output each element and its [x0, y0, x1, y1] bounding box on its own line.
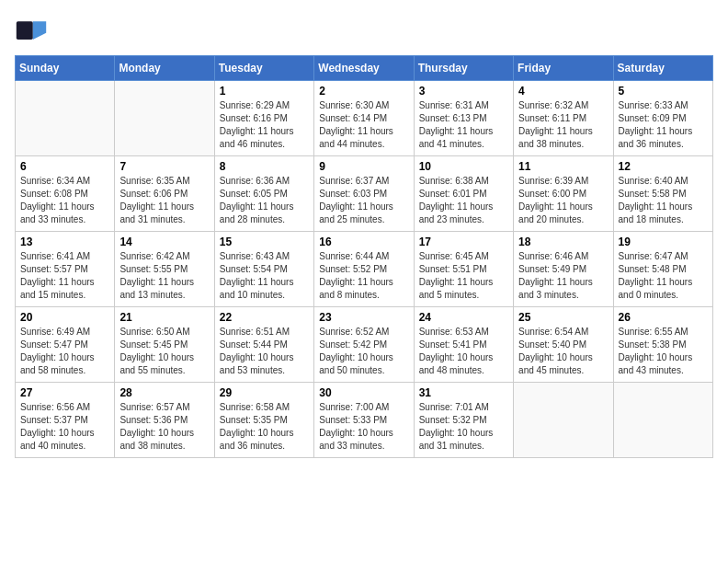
column-header-sunday: Sunday — [16, 56, 115, 81]
week-row-3: 13Sunrise: 6:41 AM Sunset: 5:57 PM Dayli… — [16, 232, 713, 307]
calendar-cell: 24Sunrise: 6:53 AM Sunset: 5:41 PM Dayli… — [414, 307, 513, 383]
day-number: 3 — [419, 85, 508, 98]
day-number: 29 — [220, 386, 309, 399]
calendar-cell: 29Sunrise: 6:58 AM Sunset: 5:35 PM Dayli… — [214, 383, 313, 458]
column-header-wednesday: Wednesday — [314, 56, 414, 81]
calendar-cell: 11Sunrise: 6:39 AM Sunset: 6:00 PM Dayli… — [514, 156, 613, 232]
day-info: Sunrise: 6:56 AM Sunset: 5:37 PM Dayligh… — [20, 401, 109, 453]
day-number: 28 — [119, 386, 209, 399]
day-info: Sunrise: 7:00 AM Sunset: 5:33 PM Dayligh… — [319, 401, 408, 453]
day-info: Sunrise: 6:41 AM Sunset: 5:57 PM Dayligh… — [20, 250, 109, 302]
calendar-cell: 17Sunrise: 6:45 AM Sunset: 5:51 PM Dayli… — [414, 232, 513, 307]
day-info: Sunrise: 6:42 AM Sunset: 5:55 PM Dayligh… — [119, 250, 209, 302]
calendar-cell: 9Sunrise: 6:37 AM Sunset: 6:03 PM Daylig… — [314, 156, 414, 232]
day-info: Sunrise: 6:34 AM Sunset: 6:08 PM Dayligh… — [20, 175, 109, 226]
day-number: 27 — [20, 386, 109, 399]
calendar-cell: 2Sunrise: 6:30 AM Sunset: 6:14 PM Daylig… — [314, 81, 414, 156]
calendar-cell: 30Sunrise: 7:00 AM Sunset: 5:33 PM Dayli… — [314, 383, 414, 458]
day-info: Sunrise: 6:40 AM Sunset: 5:58 PM Dayligh… — [619, 175, 708, 226]
day-number: 14 — [119, 236, 209, 248]
day-number: 20 — [20, 311, 109, 324]
day-info: Sunrise: 6:49 AM Sunset: 5:47 PM Dayligh… — [20, 326, 109, 377]
page-header — [15, 15, 713, 48]
calendar-cell: 16Sunrise: 6:44 AM Sunset: 5:52 PM Dayli… — [314, 232, 414, 307]
calendar-cell: 28Sunrise: 6:57 AM Sunset: 5:36 PM Dayli… — [115, 383, 214, 458]
calendar-cell: 10Sunrise: 6:38 AM Sunset: 6:01 PM Dayli… — [414, 156, 513, 232]
day-info: Sunrise: 6:30 AM Sunset: 6:14 PM Dayligh… — [319, 99, 408, 151]
logo — [15, 15, 51, 48]
calendar-cell — [613, 383, 712, 458]
calendar-cell: 15Sunrise: 6:43 AM Sunset: 5:54 PM Dayli… — [214, 232, 313, 307]
calendar-cell: 20Sunrise: 6:49 AM Sunset: 5:47 PM Dayli… — [16, 307, 115, 383]
day-info: Sunrise: 6:39 AM Sunset: 6:00 PM Dayligh… — [518, 175, 608, 226]
day-number: 9 — [319, 160, 408, 173]
calendar-cell: 5Sunrise: 6:33 AM Sunset: 6:09 PM Daylig… — [613, 81, 712, 156]
calendar-cell: 1Sunrise: 6:29 AM Sunset: 6:16 PM Daylig… — [214, 81, 313, 156]
day-info: Sunrise: 6:35 AM Sunset: 6:06 PM Dayligh… — [119, 175, 209, 226]
column-header-monday: Monday — [115, 56, 214, 81]
calendar-cell: 25Sunrise: 6:54 AM Sunset: 5:40 PM Dayli… — [514, 307, 613, 383]
day-number: 5 — [619, 85, 708, 98]
day-number: 24 — [419, 311, 508, 324]
logo-icon — [15, 15, 48, 48]
day-number: 18 — [518, 236, 608, 248]
day-info: Sunrise: 6:31 AM Sunset: 6:13 PM Dayligh… — [419, 99, 508, 151]
day-info: Sunrise: 6:52 AM Sunset: 5:42 PM Dayligh… — [319, 326, 408, 377]
calendar-cell: 7Sunrise: 6:35 AM Sunset: 6:06 PM Daylig… — [115, 156, 214, 232]
calendar-cell: 19Sunrise: 6:47 AM Sunset: 5:48 PM Dayli… — [613, 232, 712, 307]
calendar-cell: 14Sunrise: 6:42 AM Sunset: 5:55 PM Dayli… — [115, 232, 214, 307]
day-number: 11 — [518, 160, 608, 173]
day-info: Sunrise: 6:54 AM Sunset: 5:40 PM Dayligh… — [518, 326, 608, 377]
day-number: 15 — [220, 236, 309, 248]
calendar-cell: 21Sunrise: 6:50 AM Sunset: 5:45 PM Dayli… — [115, 307, 214, 383]
day-number: 10 — [419, 160, 508, 173]
calendar-cell: 27Sunrise: 6:56 AM Sunset: 5:37 PM Dayli… — [16, 383, 115, 458]
day-number: 1 — [220, 85, 309, 98]
calendar-cell: 22Sunrise: 6:51 AM Sunset: 5:44 PM Dayli… — [214, 307, 313, 383]
day-number: 13 — [20, 236, 109, 248]
day-info: Sunrise: 6:58 AM Sunset: 5:35 PM Dayligh… — [220, 401, 309, 453]
calendar-cell: 6Sunrise: 6:34 AM Sunset: 6:08 PM Daylig… — [16, 156, 115, 232]
calendar-cell: 3Sunrise: 6:31 AM Sunset: 6:13 PM Daylig… — [414, 81, 513, 156]
day-number: 12 — [619, 160, 708, 173]
day-info: Sunrise: 6:44 AM Sunset: 5:52 PM Dayligh… — [319, 250, 408, 302]
day-info: Sunrise: 7:01 AM Sunset: 5:32 PM Dayligh… — [419, 401, 508, 453]
day-info: Sunrise: 6:55 AM Sunset: 5:38 PM Dayligh… — [619, 326, 708, 377]
calendar-cell: 4Sunrise: 6:32 AM Sunset: 6:11 PM Daylig… — [514, 81, 613, 156]
day-number: 23 — [319, 311, 408, 324]
day-number: 16 — [319, 236, 408, 248]
day-info: Sunrise: 6:45 AM Sunset: 5:51 PM Dayligh… — [419, 250, 508, 302]
day-info: Sunrise: 6:46 AM Sunset: 5:49 PM Dayligh… — [518, 250, 608, 302]
day-info: Sunrise: 6:38 AM Sunset: 6:01 PM Dayligh… — [419, 175, 508, 226]
day-number: 30 — [319, 386, 408, 399]
day-info: Sunrise: 6:37 AM Sunset: 6:03 PM Dayligh… — [319, 175, 408, 226]
calendar-cell: 12Sunrise: 6:40 AM Sunset: 5:58 PM Dayli… — [613, 156, 712, 232]
day-info: Sunrise: 6:36 AM Sunset: 6:05 PM Dayligh… — [220, 175, 309, 226]
day-info: Sunrise: 6:53 AM Sunset: 5:41 PM Dayligh… — [419, 326, 508, 377]
week-row-2: 6Sunrise: 6:34 AM Sunset: 6:08 PM Daylig… — [16, 156, 713, 232]
day-number: 4 — [518, 85, 608, 98]
day-number: 8 — [220, 160, 309, 173]
day-info: Sunrise: 6:32 AM Sunset: 6:11 PM Dayligh… — [518, 99, 608, 151]
day-info: Sunrise: 6:29 AM Sunset: 6:16 PM Dayligh… — [220, 99, 309, 151]
column-header-saturday: Saturday — [613, 56, 712, 81]
day-info: Sunrise: 6:57 AM Sunset: 5:36 PM Dayligh… — [119, 401, 209, 453]
day-number: 2 — [319, 85, 408, 98]
day-number: 25 — [518, 311, 608, 324]
day-number: 6 — [20, 160, 109, 173]
calendar-cell: 31Sunrise: 7:01 AM Sunset: 5:32 PM Dayli… — [414, 383, 513, 458]
day-number: 21 — [119, 311, 209, 324]
day-info: Sunrise: 6:33 AM Sunset: 6:09 PM Dayligh… — [619, 99, 708, 151]
day-info: Sunrise: 6:50 AM Sunset: 5:45 PM Dayligh… — [119, 326, 209, 377]
calendar-cell — [16, 81, 115, 156]
day-headers-row: SundayMondayTuesdayWednesdayThursdayFrid… — [16, 56, 713, 81]
svg-marker-1 — [33, 21, 46, 40]
calendar-cell — [115, 81, 214, 156]
calendar-cell — [514, 383, 613, 458]
week-row-4: 20Sunrise: 6:49 AM Sunset: 5:47 PM Dayli… — [16, 307, 713, 383]
day-info: Sunrise: 6:47 AM Sunset: 5:48 PM Dayligh… — [619, 250, 708, 302]
column-header-tuesday: Tuesday — [214, 56, 313, 81]
day-number: 17 — [419, 236, 508, 248]
calendar-cell: 13Sunrise: 6:41 AM Sunset: 5:57 PM Dayli… — [16, 232, 115, 307]
calendar-cell: 23Sunrise: 6:52 AM Sunset: 5:42 PM Dayli… — [314, 307, 414, 383]
